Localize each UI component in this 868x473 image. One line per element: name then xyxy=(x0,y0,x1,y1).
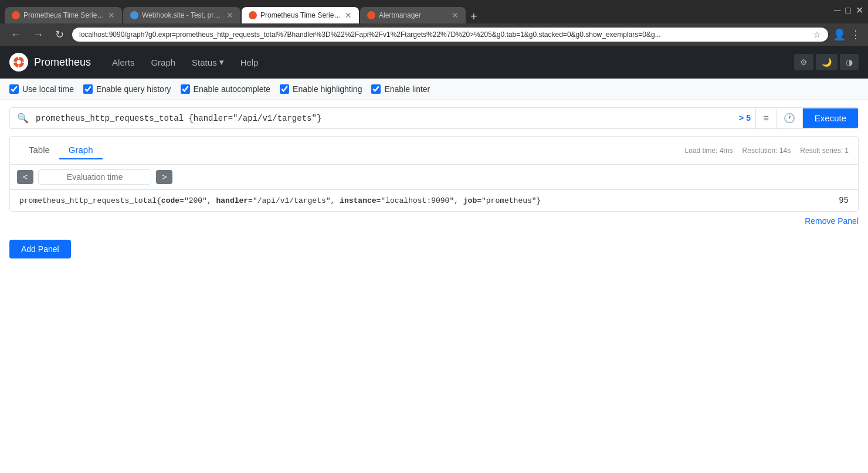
use-local-time-input[interactable] xyxy=(9,84,19,94)
tab-title-2: Webhook.site - Test, process... xyxy=(142,11,223,19)
tab-favicon-2 xyxy=(130,11,138,19)
url-text: localhost:9090/graph?g0.expr=prometheus_… xyxy=(79,30,810,39)
minimize-button[interactable]: ─ xyxy=(834,5,840,16)
query-input[interactable] xyxy=(36,114,737,123)
table-row: prometheus_http_requests_total{code="200… xyxy=(10,190,858,211)
prometheus-logo xyxy=(9,53,28,72)
prometheus-logo-icon xyxy=(12,56,25,69)
remove-panel-button[interactable]: Remove Panel xyxy=(805,216,859,226)
back-button[interactable]: ← xyxy=(7,28,25,42)
resolution: Resolution: 14s xyxy=(742,147,791,155)
enable-autocomplete-label: Enable autocomplete xyxy=(194,84,271,94)
enable-highlighting-checkbox[interactable]: Enable highlighting xyxy=(280,84,362,94)
tab-graph[interactable]: Graph xyxy=(59,141,103,159)
query-time-button[interactable]: 🕐 xyxy=(777,108,803,128)
nav-links: Alerts Graph Status ▾ Help xyxy=(105,52,265,72)
enable-query-history-label: Enable query history xyxy=(96,84,171,94)
query-input-container[interactable]: > 5 xyxy=(36,114,755,123)
refresh-button[interactable]: ↻ xyxy=(52,27,67,42)
tab-title-4: Alertmanager xyxy=(379,11,448,19)
contrast-button[interactable]: ◑ xyxy=(840,54,859,70)
nav-graph[interactable]: Graph xyxy=(144,53,182,72)
load-time: Load time: 4ms xyxy=(685,147,733,155)
enable-linter-label: Enable linter xyxy=(384,84,430,94)
query-operator: > xyxy=(739,114,744,123)
nav-help[interactable]: Help xyxy=(233,53,266,72)
nav-alerts[interactable]: Alerts xyxy=(105,53,141,72)
svg-rect-5 xyxy=(22,62,25,63)
url-bar[interactable]: localhost:9090/graph?g0.expr=prometheus_… xyxy=(72,28,828,42)
tab-close-1[interactable]: ✕ xyxy=(108,11,115,20)
label-job-key: job xyxy=(463,196,477,205)
browser-tab-3[interactable]: Prometheus Time Series Coll... ✕ xyxy=(242,7,359,23)
result-value-cell: 95 xyxy=(839,196,849,205)
tab-close-3[interactable]: ✕ xyxy=(345,11,352,20)
enable-linter-input[interactable] xyxy=(371,84,381,94)
query-bar: 🔍 > 5 ≡ 🕐 Execute xyxy=(9,107,859,129)
browser-menu-icon[interactable]: ⋮ xyxy=(850,28,861,41)
use-local-time-checkbox[interactable]: Use local time xyxy=(9,84,74,94)
add-panel-row: Add Panel xyxy=(0,230,868,268)
close-window-button[interactable]: ✕ xyxy=(856,5,863,16)
svg-rect-4 xyxy=(13,62,16,63)
remove-panel-row: Remove Panel xyxy=(0,212,868,230)
navbar-icons: ⚙ 🌙 ◑ xyxy=(794,54,859,70)
result-series: Result series: 1 xyxy=(800,147,849,155)
options-toolbar: Use local time Enable query history Enab… xyxy=(0,79,868,100)
tab-table[interactable]: Table xyxy=(19,141,59,159)
tab-close-2[interactable]: ✕ xyxy=(226,11,233,20)
enable-highlighting-input[interactable] xyxy=(280,84,289,94)
brand-name: Prometheus xyxy=(34,56,91,69)
eval-time-input[interactable] xyxy=(38,169,151,185)
eval-prev-button[interactable]: < xyxy=(17,170,33,184)
label-code-key: code xyxy=(161,196,179,205)
settings-button[interactable]: ⚙ xyxy=(794,54,813,70)
enable-linter-checkbox[interactable]: Enable linter xyxy=(371,84,430,94)
forward-button[interactable]: → xyxy=(29,28,47,42)
profile-icon[interactable]: 👤 xyxy=(833,28,846,41)
enable-autocomplete-input[interactable] xyxy=(181,84,190,94)
browser-tab-2[interactable]: Webhook.site - Test, process... ✕ xyxy=(123,7,240,23)
panel-tabs: Table Graph xyxy=(19,141,103,159)
label-handler-key: handler xyxy=(216,196,249,205)
enable-query-history-input[interactable] xyxy=(83,84,93,94)
bookmark-star-icon[interactable]: ☆ xyxy=(813,30,821,39)
query-history-button[interactable]: ≡ xyxy=(756,108,776,128)
add-panel-button[interactable]: Add Panel xyxy=(9,240,71,258)
query-bar-buttons: ≡ 🕐 Execute xyxy=(755,108,858,128)
label-instance-key: instance xyxy=(340,196,376,205)
tab-close-4[interactable]: ✕ xyxy=(452,11,459,20)
svg-point-1 xyxy=(16,60,21,64)
eval-time-row: < > xyxy=(10,165,858,190)
status-dropdown-icon: ▾ xyxy=(219,57,224,67)
add-tab-button[interactable]: + xyxy=(466,10,482,23)
tab-favicon-4 xyxy=(367,11,375,19)
panel-header: Table Graph Load time: 4ms Resolution: 1… xyxy=(10,137,858,165)
tab-title-3: Prometheus Time Series Coll... xyxy=(260,11,341,19)
svg-rect-2 xyxy=(18,57,19,59)
tab-favicon-3 xyxy=(249,11,257,19)
execute-button[interactable]: Execute xyxy=(803,108,858,128)
use-local-time-label: Use local time xyxy=(22,84,74,94)
enable-autocomplete-checkbox[interactable]: Enable autocomplete xyxy=(181,84,271,94)
query-threshold: 5 xyxy=(746,114,751,123)
query-section: 🔍 > 5 ≡ 🕐 Execute xyxy=(0,100,868,136)
theme-toggle-button[interactable]: 🌙 xyxy=(816,54,838,70)
nav-status[interactable]: Status ▾ xyxy=(185,52,231,72)
result-metric-cell: prometheus_http_requests_total{code="200… xyxy=(19,196,541,205)
tab-title-1: Prometheus Time Series Coll... xyxy=(23,11,104,19)
svg-rect-3 xyxy=(18,66,19,68)
tab-favicon-1 xyxy=(12,11,20,19)
panel-meta: Load time: 4ms Resolution: 14s Result se… xyxy=(685,147,849,155)
enable-highlighting-label: Enable highlighting xyxy=(293,84,362,94)
navbar-brand[interactable]: Prometheus xyxy=(9,53,91,72)
enable-query-history-checkbox[interactable]: Enable query history xyxy=(83,84,171,94)
maximize-button[interactable]: □ xyxy=(845,5,851,16)
results-panel: Table Graph Load time: 4ms Resolution: 1… xyxy=(9,136,859,212)
search-icon: 🔍 xyxy=(10,108,36,128)
browser-tab-4[interactable]: Alertmanager ✕ xyxy=(360,7,466,23)
navbar: Prometheus Alerts Graph Status ▾ Help ⚙ … xyxy=(0,46,868,79)
metric-name: prometheus_http_requests_total xyxy=(19,196,157,205)
browser-tab-1[interactable]: Prometheus Time Series Coll... ✕ xyxy=(5,7,122,23)
eval-next-button[interactable]: > xyxy=(156,170,172,184)
